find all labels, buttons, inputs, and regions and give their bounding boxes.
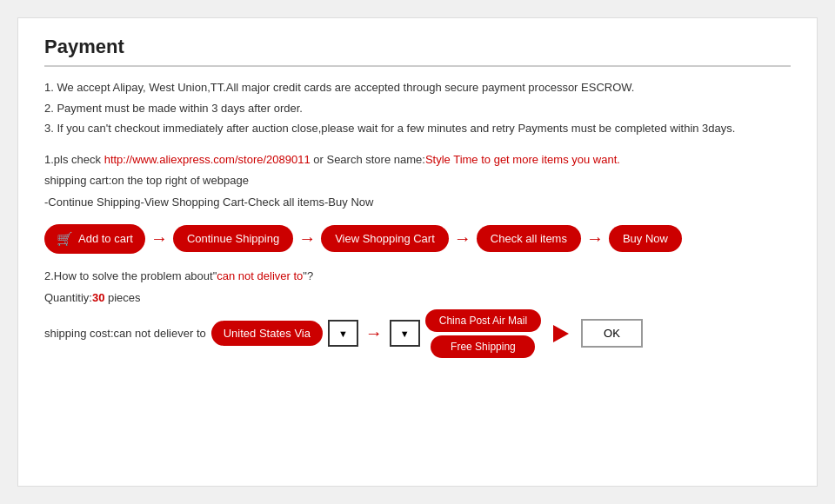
arrow-4: → xyxy=(586,229,604,249)
quantity-unit: pieces xyxy=(104,291,140,304)
store-instructions: 1.pls check http://www.aliexpress.com/st… xyxy=(44,151,791,212)
ok-button[interactable]: OK xyxy=(581,319,643,348)
payment-point-2: 2. Payment must be made within 3 days af… xyxy=(44,100,791,117)
methods-dropdown[interactable]: ▼ xyxy=(390,320,420,347)
problem-heading: 2.How to solve the problem about"can not… xyxy=(44,269,791,282)
arrow-1: → xyxy=(150,229,168,249)
quantity-value: 30 xyxy=(92,291,104,304)
us-via-dropdown[interactable]: United States Via xyxy=(211,321,323,346)
flow-section: 🛒 Add to cart → Continue Shipping → View… xyxy=(44,224,791,254)
store-middle: or Search store name: xyxy=(311,153,425,166)
can-not-deliver-text: can not deliver to xyxy=(217,269,303,282)
chevron-down-icon-2: ▼ xyxy=(400,328,410,339)
china-post-air-mail-button[interactable]: China Post Air Mail xyxy=(425,309,541,332)
store-link[interactable]: http://www.aliexpress.com/store/2089011 xyxy=(104,153,311,166)
payment-point-3: 3. If you can't checkout immediately aft… xyxy=(44,120,791,137)
shipping-row: shipping cost:can not deliever to United… xyxy=(44,309,791,358)
store-name: Style Time to get more items you want. xyxy=(425,153,620,166)
payment-list: 1. We accept Alipay, West Union,TT.All m… xyxy=(44,79,791,137)
shipping-methods-stack: China Post Air Mail Free Shipping xyxy=(425,309,541,358)
payment-point-1: 1. We accept Alipay, West Union,TT.All m… xyxy=(44,79,791,96)
free-shipping-button[interactable]: Free Shipping xyxy=(431,335,535,358)
arrow-3: → xyxy=(454,229,471,249)
arrow-5: → xyxy=(365,323,383,343)
arrow-right-icon xyxy=(553,325,569,342)
buy-now-button[interactable]: Buy Now xyxy=(609,225,682,252)
cart-icon: 🛒 xyxy=(57,231,73,247)
main-container: Payment 1. We accept Alipay, West Union,… xyxy=(17,17,818,487)
quantity-row: Quantitiy:30 pieces xyxy=(44,291,791,304)
add-to-cart-button[interactable]: 🛒 Add to cart xyxy=(44,224,145,254)
store-line-2: shipping cart:on the top right of webpag… xyxy=(44,172,791,190)
store-line-3: -Continue Shipping-View Shopping Cart-Ch… xyxy=(44,194,791,212)
store-line-1: 1.pls check http://www.aliexpress.com/st… xyxy=(44,151,791,169)
page-title: Payment xyxy=(44,36,791,67)
shipping-cost-label: shipping cost:can not deliever to xyxy=(44,327,206,340)
dropdown-arrow-button[interactable]: ▼ xyxy=(328,320,358,347)
quantity-label: Quantitiy: xyxy=(44,291,92,304)
view-shopping-cart-button[interactable]: View Shopping Cart xyxy=(321,225,449,252)
continue-shipping-button[interactable]: Continue Shipping xyxy=(173,225,293,252)
problem-section: 2.How to solve the problem about"can not… xyxy=(44,269,791,358)
chevron-down-icon: ▼ xyxy=(338,328,348,339)
arrow-2: → xyxy=(298,229,316,249)
check-all-items-button[interactable]: Check all items xyxy=(477,225,581,252)
store-prefix: 1.pls check xyxy=(44,153,104,166)
flow-row: 🛒 Add to cart → Continue Shipping → View… xyxy=(44,224,791,254)
